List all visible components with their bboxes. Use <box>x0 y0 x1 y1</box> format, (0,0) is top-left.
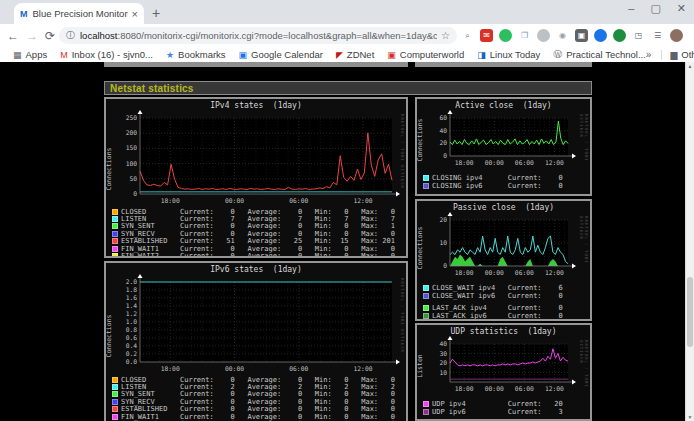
svg-text:0.2: 0.2 <box>126 350 138 357</box>
svg-text:00:00: 00:00 <box>225 365 244 372</box>
svg-text:50: 50 <box>129 175 137 182</box>
bookmark-apps[interactable]: ▦Apps <box>13 49 47 60</box>
url-text[interactable]: localhost:8080/monitorix-cgi/monitorix.c… <box>80 30 437 41</box>
bookmark-computerworld[interactable]: ▣Computerworld <box>387 49 464 60</box>
bookmark-zdnet[interactable]: ◤ZDNet <box>336 49 374 60</box>
y-axis-label: Listen <box>416 354 424 377</box>
legend-color-box <box>423 305 429 311</box>
legend-color-box <box>112 384 118 390</box>
window-close-button[interactable]: ✕ <box>677 2 686 15</box>
passive-close-graph-panel[interactable]: Passive close (1day)0102018:0000:0006:00… <box>415 199 592 321</box>
reload-icon[interactable]: ⟳ <box>45 29 55 43</box>
svg-text:00:00: 00:00 <box>225 197 244 204</box>
profile-avatar[interactable] <box>670 29 683 42</box>
bookmark-label: Linux Today <box>490 49 541 60</box>
chart-plot[interactable]: 1020304018:0000:0006:0012:00 <box>430 336 578 396</box>
ipv4-states-graph-panel[interactable]: IPv4 states (1day)05010015020025018:0000… <box>104 97 408 258</box>
legend-color-box <box>112 231 118 237</box>
legend-color-box <box>423 195 429 197</box>
forward-icon[interactable]: → <box>26 29 38 43</box>
tab-title: Blue Precision Monitorix <box>33 8 128 19</box>
scroll-down-icon[interactable]: ▼ <box>686 414 694 420</box>
rrdtool-watermark: RRDTOOL / TOBI OETIKER <box>400 114 405 189</box>
svg-text:06:00: 06:00 <box>515 385 534 392</box>
svg-text:00:00: 00:00 <box>485 159 504 166</box>
bookmark-bookmarks[interactable]: ★Bookmarks <box>166 49 226 60</box>
legend-color-box <box>112 414 118 420</box>
pages-extension-icon[interactable]: ❐ <box>518 29 531 42</box>
svg-text:12:00: 12:00 <box>545 269 564 276</box>
bookmark-practical-technol[interactable]: ⓌPractical Technol... <box>553 48 646 61</box>
legend-text: UDP ipv6 Current: 3 <box>432 408 563 416</box>
svg-text:200: 200 <box>126 129 138 136</box>
legend-color-box <box>423 183 429 189</box>
bookmark-label: Practical Technol... <box>566 49 646 60</box>
svg-text:0.4: 0.4 <box>126 342 138 349</box>
chart-plot[interactable]: 0102018:0000:0006:0012:00 <box>430 212 578 280</box>
window-maximize-button[interactable]: ▢ <box>650 2 660 15</box>
legend-color-box <box>423 409 429 415</box>
extension-icons-row: ⌕✉❐◉▣◳☰⋮ <box>461 27 694 44</box>
legend-item: CLOSE_WAIT ipv4 Current: 6 <box>423 284 590 292</box>
previous-section-panel-edge <box>415 62 592 67</box>
legend-text: LAST_ACK ipv6 Current: 0 <box>432 312 563 320</box>
legend-text: UDP ipv4 Current: 20 <box>432 400 563 408</box>
extensions-puzzle-icon[interactable]: ◳ <box>632 29 645 42</box>
eye-extension-icon[interactable]: ◉ <box>556 29 569 42</box>
window-minimize-button[interactable]: – <box>628 2 634 15</box>
messenger-extension-icon[interactable] <box>594 29 607 42</box>
bookmark-label: ZDNet <box>347 49 374 60</box>
green-ring-extension-icon[interactable] <box>613 29 626 42</box>
tab-list-icon[interactable]: ☰ <box>651 29 664 42</box>
back-icon[interactable]: ← <box>7 29 19 43</box>
svg-text:12:00: 12:00 <box>354 197 373 204</box>
page-info-icon[interactable]: ⓘ <box>66 29 75 42</box>
svg-text:40: 40 <box>439 127 447 134</box>
chart-plot[interactable]: 020406018:0000:0006:0012:00 <box>430 110 578 170</box>
legend-item: UDP ipv4 Current: 20 <box>423 400 590 408</box>
svg-text:06:00: 06:00 <box>515 159 534 166</box>
screenshot-extension-icon[interactable]: ▣ <box>575 29 588 42</box>
bookmark-label: Bookmarks <box>178 49 226 60</box>
svg-text:1.6: 1.6 <box>126 294 138 301</box>
bookmark-inbox-16-sjvn0[interactable]: MInbox (16) - sjvn0... <box>60 49 153 60</box>
svg-text:0: 0 <box>443 262 447 269</box>
bookmarks-overflow-chevron[interactable]: » <box>646 49 652 60</box>
legend-color-box <box>112 399 118 405</box>
bookmark-google-calendar[interactable]: ▣Google Calendar <box>239 49 323 60</box>
other-bookmarks-button[interactable]: ▆ Other bookmarks <box>670 49 694 60</box>
browser-tab[interactable]: M Blue Precision Monitorix × <box>14 3 144 24</box>
bookmark-linux-today[interactable]: ◨Linux Today <box>477 49 540 60</box>
new-tab-button[interactable]: + <box>152 4 160 22</box>
y-axis-label: Connections <box>416 118 424 161</box>
green-extension-icon[interactable] <box>499 29 512 42</box>
legend-color-box <box>112 246 118 252</box>
legend-color-box <box>112 216 118 222</box>
monitorix-favicon: M <box>20 9 28 19</box>
bookmark-label: Inbox (16) - sjvn0... <box>72 49 153 60</box>
active-close-graph-panel[interactable]: Active close (1day)020406018:0000:0006:0… <box>415 97 592 196</box>
udp-statistics-graph-panel[interactable]: UDP statistics (1day)1020304018:0000:000… <box>415 323 592 421</box>
chart-plot[interactable]: 0.00.20.40.60.81.01.21.41.61.82.018:0000… <box>118 274 402 376</box>
gray-extension-icon[interactable] <box>537 29 550 42</box>
ipv6-states-graph-panel[interactable]: IPv6 states (1day)0.00.20.40.60.81.01.21… <box>104 261 408 421</box>
scroll-up-icon[interactable]: ▲ <box>686 63 694 69</box>
computerworld-icon: ▣ <box>387 50 396 60</box>
address-bar[interactable]: ⓘ localhost:8080/monitorix-cgi/monitorix… <box>59 27 457 44</box>
svg-text:1.8: 1.8 <box>126 286 138 293</box>
scrollbar-thumb[interactable] <box>687 277 693 347</box>
chart-plot[interactable]: 05010015020025018:0000:0006:0012:00 <box>118 110 402 208</box>
bookmark-star-icon[interactable]: ☆ <box>441 30 450 41</box>
tab-close-icon[interactable]: × <box>132 8 138 20</box>
section-header: Netstat statistics <box>104 81 592 95</box>
search-icon[interactable]: ⌕ <box>461 29 474 42</box>
rrdtool-watermark: RRDTOOL / TOBI OETIKER <box>400 278 405 353</box>
vertical-scrollbar[interactable]: ▲ ▼ <box>685 62 694 421</box>
gmail-extension-icon[interactable]: ✉ <box>480 29 493 42</box>
legend-item: LAST_ACK ipv4 Current: 0 <box>423 304 590 312</box>
svg-text:0.0: 0.0 <box>126 358 138 365</box>
legend-color-box <box>423 401 429 407</box>
menu-dots-icon[interactable]: ⋮ <box>689 29 694 42</box>
legend-item: UDP ipv6 Current: 3 <box>423 408 590 416</box>
bookmark-label: Google Calendar <box>251 49 323 60</box>
